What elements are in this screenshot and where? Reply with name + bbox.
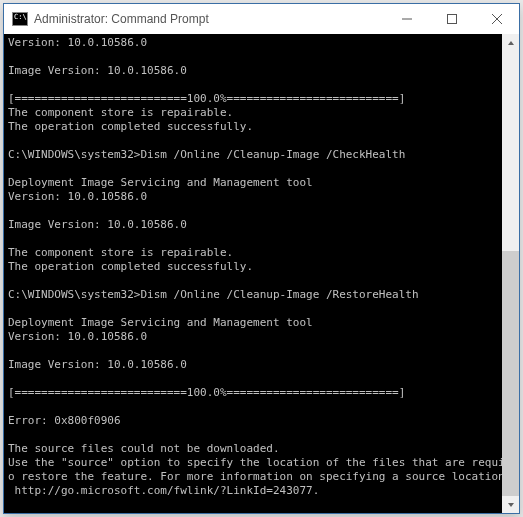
svg-marker-4: [508, 41, 514, 45]
scroll-thumb[interactable]: [502, 251, 519, 496]
vertical-scrollbar[interactable]: [502, 34, 519, 513]
close-button[interactable]: [474, 4, 519, 34]
svg-rect-1: [447, 15, 456, 24]
console-area: Version: 10.0.10586.0 Image Version: 10.…: [4, 34, 519, 513]
console-output[interactable]: Version: 10.0.10586.0 Image Version: 10.…: [4, 34, 502, 513]
window-controls: [384, 4, 519, 34]
minimize-button[interactable]: [384, 4, 429, 34]
command-prompt-window: Administrator: Command Prompt Version: 1…: [3, 3, 520, 514]
cmd-icon: [12, 12, 28, 26]
maximize-button[interactable]: [429, 4, 474, 34]
window-title: Administrator: Command Prompt: [34, 12, 384, 26]
svg-marker-5: [508, 503, 514, 507]
titlebar[interactable]: Administrator: Command Prompt: [4, 4, 519, 34]
scroll-track[interactable]: [502, 51, 519, 496]
scroll-up-button[interactable]: [502, 34, 519, 51]
scroll-down-button[interactable]: [502, 496, 519, 513]
